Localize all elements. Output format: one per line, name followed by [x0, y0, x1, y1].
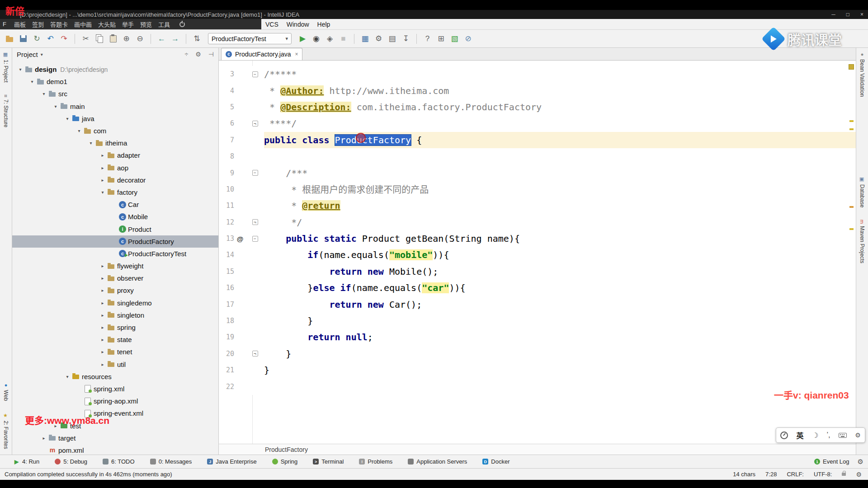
save-all-icon[interactable] — [17, 33, 29, 45]
toolwindow-button-java-enterprise[interactable]: JJava Enterprise — [207, 458, 256, 465]
tree-item-spring[interactable]: ▸spring — [12, 321, 218, 333]
tree-chevron-open-icon[interactable]: ▾ — [87, 141, 94, 145]
stripe-button-1-project[interactable]: ▦1: Project — [3, 52, 9, 83]
tree-item-java[interactable]: ▾java — [12, 113, 218, 125]
fold-collapse-icon[interactable]: − — [246, 236, 264, 242]
forward-icon[interactable]: → — [169, 33, 181, 45]
fold-end-icon[interactable]: ¬ — [246, 219, 264, 225]
overlay-menu-item-5[interactable]: 举手 — [122, 20, 134, 28]
zoom-out-icon[interactable]: ⊖ — [134, 33, 146, 45]
tree-chevron-open-icon[interactable]: ▾ — [52, 104, 59, 109]
tree-item-decorator[interactable]: ▸decorator — [12, 174, 218, 186]
tree-item-aop[interactable]: ▸aop — [12, 162, 218, 174]
tree-chevron-closed-icon[interactable]: ▸ — [99, 337, 106, 342]
editor-line[interactable]: 5 * @Description: com.itheima.factory.Pr… — [219, 99, 856, 115]
toolwindow-button-spring[interactable]: Spring — [272, 458, 298, 465]
update-icon[interactable]: ↧ — [400, 33, 412, 45]
editor-line[interactable]: 20¬ } — [219, 346, 856, 362]
tree-chevron-open-icon[interactable]: ▾ — [64, 116, 71, 121]
tree-chevron-closed-icon[interactable]: ▸ — [99, 263, 106, 268]
chart-icon[interactable]: ▧ — [448, 33, 461, 45]
overlay-menu-item-1[interactable]: 签到 — [32, 20, 44, 28]
open-file-icon[interactable] — [4, 33, 16, 45]
inspection-mark[interactable] — [849, 206, 854, 208]
toolwindow-button-todo[interactable]: 6: TODO — [103, 458, 135, 465]
stripe-button-database[interactable]: ▣Database — [859, 176, 865, 207]
tree-chevron-closed-icon[interactable]: ▸ — [99, 153, 106, 158]
tree-item-pom-xml[interactable]: mpom.xml — [12, 444, 218, 455]
coverage-icon[interactable]: ◈ — [324, 33, 336, 45]
caret-position[interactable]: 7:28 — [765, 471, 777, 478]
stop-icon[interactable]: ■ — [337, 33, 349, 45]
tree-chevron-open-icon[interactable]: ▾ — [17, 67, 24, 72]
menu-vcs[interactable]: VCS — [261, 21, 283, 28]
settings-icon[interactable]: ⚙ — [856, 471, 862, 478]
hide-panel-icon[interactable]: ⊣ — [208, 51, 214, 58]
stripe-button-7-structure[interactable]: ≡7: Structure — [3, 94, 9, 127]
undo-icon[interactable]: ↶ — [44, 33, 57, 45]
tree-item-design[interactable]: ▾designD:\project\design — [12, 63, 218, 75]
back-icon[interactable]: ← — [156, 33, 168, 45]
editor-line[interactable]: 6¬ ****/ — [219, 115, 856, 131]
menu-window[interactable]: Window — [283, 21, 313, 28]
stripe-button-maven-projects[interactable]: mMaven Projects — [859, 220, 865, 263]
code-editor[interactable]: 3−/*****4 * @Author: http://www.itheima.… — [219, 61, 856, 444]
tree-chevron-open-icon[interactable]: ▾ — [40, 91, 47, 96]
inspection-mark[interactable] — [849, 228, 854, 230]
chevron-down-icon[interactable]: ▾ — [41, 52, 43, 57]
cut-icon[interactable]: ✂ — [80, 33, 92, 45]
editor-line[interactable]: 8 — [219, 148, 856, 164]
selection-info[interactable]: 14 chars — [733, 471, 755, 478]
tree-item-singledemo[interactable]: ▸singledemo — [12, 297, 218, 309]
gear-icon[interactable]: ⚙ — [858, 458, 863, 466]
tree-chevron-closed-icon[interactable]: ▸ — [99, 325, 106, 330]
tree-chevron-closed-icon[interactable]: ▸ — [99, 349, 106, 354]
editor-line[interactable]: 22 — [219, 378, 856, 394]
window-icon[interactable]: ⊞ — [435, 33, 447, 45]
toolwindow-button-event-log[interactable]: 1Event Log — [814, 458, 849, 465]
tree-item-util[interactable]: ▸util — [12, 358, 218, 371]
tree-item-spring-aop-xml[interactable]: spring-aop.xml — [12, 395, 218, 407]
overlay-menu-item-6[interactable]: 预览 — [140, 20, 152, 28]
filter-icon[interactable]: ÷ — [185, 51, 189, 58]
fold-collapse-icon[interactable]: − — [246, 71, 264, 77]
tree-chevron-closed-icon[interactable]: ▸ — [99, 313, 106, 318]
tree-chevron-closed-icon[interactable]: ▸ — [99, 165, 106, 170]
tree-item-factory[interactable]: ▾factory — [12, 186, 218, 198]
toolwindow-button-docker[interactable]: DDocker — [482, 458, 509, 465]
tree-chevron-open-icon[interactable]: ▾ — [28, 79, 36, 84]
toolwindow-button-messages[interactable]: 0: Messages — [150, 458, 192, 465]
overlay-menu-item-4[interactable]: 大头贴 — [98, 20, 116, 28]
toolwindow-button-problems[interactable]: !Problems — [359, 458, 392, 465]
build-icon[interactable]: ▤ — [386, 33, 398, 45]
tree-chevron-closed-icon[interactable]: ▸ — [40, 436, 47, 441]
editor-line[interactable]: 18 } — [219, 313, 856, 329]
tree-item-src[interactable]: ▾src — [12, 88, 218, 100]
editor-line[interactable]: 4 * @Author: http://www.itheima.com — [219, 82, 856, 99]
tree-item-mobile[interactable]: cMobile — [12, 211, 218, 223]
line-separator[interactable]: CRLF: — [787, 471, 804, 478]
project-panel-title[interactable]: Project — [17, 51, 38, 58]
tree-item-spring-event-xml[interactable]: spring-event.xml — [12, 407, 218, 419]
editor-line[interactable]: 16 }else if(name.equals("car")){ — [219, 280, 856, 296]
tree-chevron-closed-icon[interactable]: ▸ — [99, 276, 106, 281]
stripe-button-2-favorites[interactable]: ★2: Favorites — [3, 413, 9, 449]
editor-line[interactable]: 10 * 根据用户的需求创建不同的产品 — [219, 181, 856, 197]
lock-icon[interactable] — [842, 473, 846, 476]
tree-chevron-closed-icon[interactable]: ▸ — [52, 423, 59, 428]
overlay-menu-item-7[interactable]: 工具 — [158, 20, 170, 28]
editor-line[interactable]: 3−/***** — [219, 66, 856, 82]
editor-line[interactable]: 13@− public static Product getBean(Strin… — [219, 230, 856, 247]
tree-item-demo1[interactable]: ▾demo1 — [12, 75, 218, 88]
inspection-mark[interactable] — [849, 128, 854, 130]
breadcrumb-item[interactable]: ProductFactory — [265, 446, 308, 453]
editor-line[interactable]: 17 return new Car(); — [219, 296, 856, 312]
close-button[interactable]: × — [860, 11, 863, 18]
editor-line[interactable]: 7public class ProductFactory { — [219, 132, 856, 148]
tree-chevron-open-icon[interactable]: ▾ — [64, 374, 71, 379]
overlay-menu-item-3[interactable]: 画中画 — [74, 20, 92, 28]
tree-item-flyweight[interactable]: ▸flyweight — [12, 260, 218, 272]
overlay-menu-item-2[interactable]: 答题卡 — [50, 20, 68, 28]
debug-icon[interactable]: ◉ — [310, 33, 322, 45]
tree-chevron-open-icon[interactable]: ▾ — [99, 190, 106, 195]
